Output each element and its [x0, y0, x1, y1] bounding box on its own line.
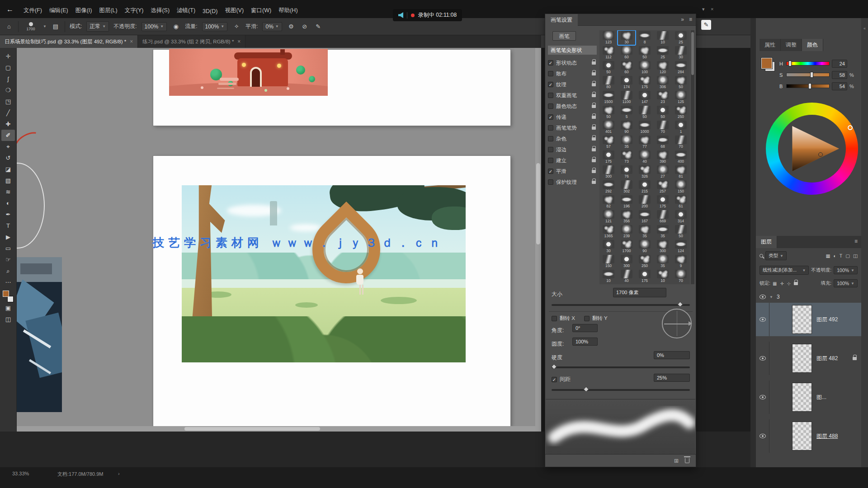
- brush-preset[interactable]: 35: [654, 224, 672, 239]
- menu-item[interactable]: 图像(I): [72, 6, 96, 15]
- recorder-speaker-icon[interactable]: [398, 12, 403, 18]
- search-icon[interactable]: [760, 254, 763, 258]
- angle-dial[interactable]: [662, 309, 692, 338]
- menu-item[interactable]: 滤镜(T): [173, 6, 199, 15]
- brush-preset[interactable]: 35: [618, 135, 636, 150]
- eraser-tool[interactable]: ◪: [1, 164, 15, 175]
- blur-tool[interactable]: ≋: [1, 186, 15, 197]
- brushes-button[interactable]: 画笔: [552, 31, 576, 41]
- brush-preset[interactable]: 27: [654, 164, 672, 179]
- brush-preset[interactable]: 302: [618, 179, 636, 194]
- layer-row[interactable]: 图层 488: [756, 419, 861, 453]
- filter-type-select[interactable]: 类型 ▼: [765, 251, 787, 260]
- lock-pixels-icon[interactable]: ✛: [780, 281, 783, 286]
- dodge-tool[interactable]: ◐: [1, 197, 15, 209]
- clone-stamp-tool[interactable]: ⌖: [1, 141, 15, 152]
- home-icon[interactable]: ⌂: [5, 23, 14, 30]
- brush-preset[interactable]: 356: [618, 209, 636, 224]
- brush-preset[interactable]: 50: [636, 105, 654, 120]
- brush-preset[interactable]: 150: [672, 179, 690, 194]
- brush-angle-icon[interactable]: ⊘: [300, 23, 309, 30]
- brush-preset[interactable]: 23: [654, 90, 672, 105]
- menu-item[interactable]: 选择(S): [147, 6, 173, 15]
- brush-preset[interactable]: 174: [618, 75, 636, 90]
- hsb-value-field[interactable]: 58: [832, 71, 847, 79]
- spacing-value-field[interactable]: 25%: [654, 374, 690, 382]
- recorder-annotate-button[interactable]: ✎: [701, 20, 711, 30]
- color-swatches[interactable]: [3, 291, 14, 302]
- flip-x-checkbox[interactable]: 翻转 X: [552, 315, 575, 322]
- zoom-readout[interactable]: 33.33%: [12, 471, 29, 476]
- brush-preset[interactable]: 30: [672, 45, 690, 60]
- layer-row[interactable]: 图层 482: [756, 342, 861, 375]
- brush-preset[interactable]: 40: [636, 150, 654, 164]
- smoothing-select[interactable]: 0% ▼: [262, 22, 282, 31]
- checkbox[interactable]: [548, 179, 553, 185]
- brush-preset[interactable]: 70: [654, 120, 672, 135]
- gradient-tool[interactable]: ▧: [1, 175, 15, 186]
- layer-name[interactable]: 图层 492: [816, 316, 838, 324]
- brush-preset[interactable]: 35: [654, 254, 672, 269]
- pressure-opacity-icon[interactable]: ◉: [171, 23, 180, 30]
- brush-preset[interactable]: 30: [618, 30, 636, 45]
- brush-option-row[interactable]: 双重画笔: [548, 90, 597, 101]
- brush-preset[interactable]: 112: [599, 45, 618, 60]
- checkbox[interactable]: [548, 147, 553, 152]
- visibility-toggle[interactable]: [756, 419, 769, 453]
- hand-tool[interactable]: ☞: [1, 254, 15, 265]
- color-wheel[interactable]: [766, 103, 858, 195]
- angle-value-field[interactable]: 0°: [572, 324, 598, 332]
- document-tab[interactable]: 日系场景绘制技巧.psd @ 33.3% (图层 492, RGB/8) *×: [0, 35, 138, 48]
- mode-select[interactable]: 正常 ▼: [86, 21, 109, 32]
- sat-slider[interactable]: [786, 73, 830, 77]
- recorder-minimize-icon[interactable]: ▾: [702, 6, 705, 12]
- menu-item[interactable]: 3D(D): [199, 7, 221, 15]
- brush-preset[interactable]: 80: [599, 75, 618, 90]
- brush-preset[interactable]: 81: [672, 164, 690, 179]
- background-color-swatch[interactable]: [7, 296, 14, 302]
- brush-preset[interactable]: 175: [636, 269, 654, 284]
- layer-thumbnail[interactable]: [792, 383, 812, 412]
- slider-knob[interactable]: [810, 72, 813, 78]
- close-tab-icon[interactable]: ×: [130, 38, 133, 45]
- hue-ring-marker[interactable]: [848, 125, 853, 130]
- layer-thumbnail[interactable]: [792, 305, 812, 334]
- airbrush-icon[interactable]: ✧: [232, 23, 241, 30]
- brush-preset[interactable]: 125: [672, 90, 690, 105]
- layer-name[interactable]: 图...: [816, 394, 826, 401]
- type-tool[interactable]: T: [1, 220, 15, 231]
- brush-preset[interactable]: 35: [636, 224, 654, 239]
- menu-item[interactable]: 视图(V): [221, 6, 247, 15]
- history-brush-tool[interactable]: ↺: [1, 152, 15, 164]
- checkbox[interactable]: [548, 125, 553, 131]
- lasso-tool[interactable]: ʃ: [1, 73, 15, 84]
- dock-divider[interactable]: [750, 18, 756, 467]
- brush-preset[interactable]: 30: [599, 239, 618, 254]
- menu-item[interactable]: 编辑(E): [46, 6, 72, 15]
- tab-属性[interactable]: 属性: [760, 39, 781, 51]
- layer-name[interactable]: 图层 482: [816, 355, 838, 362]
- bri-slider[interactable]: [786, 84, 830, 88]
- brush-preset[interactable]: 57: [599, 135, 618, 150]
- checkbox[interactable]: ✓: [548, 82, 553, 87]
- brush-preset[interactable]: 82: [599, 194, 618, 209]
- brush-preset[interactable]: 50: [636, 45, 654, 60]
- filter-adjustment-icon[interactable]: ◐: [833, 253, 836, 258]
- pressure-size-icon[interactable]: ✎: [314, 23, 323, 30]
- tab-颜色[interactable]: 颜色: [802, 39, 823, 51]
- slider-knob[interactable]: [583, 386, 589, 392]
- roundness-value-field[interactable]: 100%: [572, 338, 598, 346]
- layer-thumbnail[interactable]: [792, 422, 812, 450]
- brush-preset[interactable]: 326: [636, 164, 654, 179]
- brush-preset[interactable]: 1: [672, 120, 690, 135]
- recorder-close-icon[interactable]: ×: [711, 6, 713, 12]
- menubar[interactable]: 文件(F)编辑(E)图像(I)图层(L)文字(Y)选择(S)滤镜(T)3D(D)…: [20, 0, 302, 18]
- new-brush-icon[interactable]: ⊞: [674, 458, 679, 464]
- brush-preset[interactable]: 300: [599, 164, 618, 179]
- shape-tool[interactable]: ▭: [1, 243, 15, 254]
- size-slider[interactable]: [552, 304, 690, 306]
- brush-preset[interactable]: 314: [672, 209, 690, 224]
- brush-option-row[interactable]: 画笔笔势: [548, 122, 597, 133]
- quick-selection-tool[interactable]: ❍: [1, 84, 15, 96]
- layer-opacity-select[interactable]: 100% ▼: [834, 266, 858, 274]
